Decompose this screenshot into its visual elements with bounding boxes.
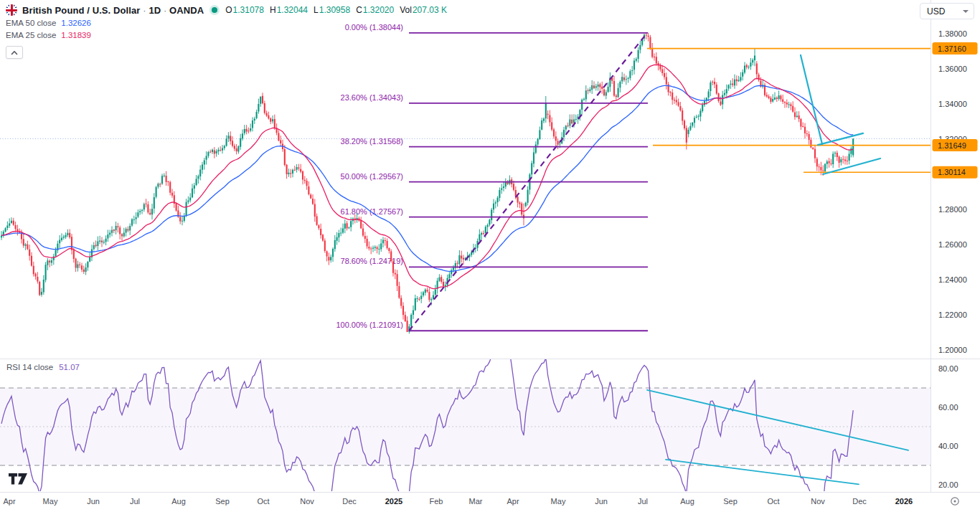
candlestick-series <box>1 33 853 334</box>
svg-text:Sep: Sep <box>723 497 738 506</box>
symbol-header: British Pound / U.S. Dollar · 1D · OANDA… <box>6 4 447 59</box>
price-badge-label: 1.30114 <box>938 168 966 176</box>
time-axis[interactable]: AprMayJunJulAugSepOctNovDec2025FebMarApr… <box>3 497 913 506</box>
fib-labels: 0.00% (1.38044)23.60% (1.34043)38.20% (1… <box>336 23 403 329</box>
svg-text:Sep: Sep <box>215 497 230 506</box>
tradingview-logo-icon <box>9 473 28 485</box>
low-value: 1.30958 <box>319 5 350 15</box>
svg-text:38.20% (1.31568): 38.20% (1.31568) <box>341 137 403 146</box>
price-badge-label: 1.31649 <box>938 141 966 150</box>
symbol-title[interactable]: British Pound / U.S. Dollar · 1D · OANDA <box>22 5 204 16</box>
svg-text:Oct: Oct <box>767 497 779 506</box>
title-separator: · <box>143 5 146 16</box>
rsi-legend[interactable]: RSI 14 close 51.07 <box>6 363 80 371</box>
ema50-value: 1.32626 <box>61 19 91 27</box>
title-separator: · <box>164 5 166 16</box>
svg-text:Oct: Oct <box>257 497 269 506</box>
time-axis-settings-icon[interactable] <box>951 498 958 505</box>
price-badge-label: 1.37160 <box>938 44 966 53</box>
collapse-legend-button[interactable] <box>6 46 23 59</box>
svg-text:Aug: Aug <box>680 497 694 506</box>
ohlc-values: O1.31078 H1.32044 L1.30958 C1.32020 Vol2… <box>225 5 447 15</box>
svg-text:2026: 2026 <box>895 497 913 506</box>
ema25-legend[interactable]: EMA 25 close 1.31839 <box>6 29 447 41</box>
chevron-down-icon <box>963 10 969 13</box>
svg-text:60.00: 60.00 <box>938 403 958 412</box>
svg-text:1.24000: 1.24000 <box>938 275 967 284</box>
svg-text:Jun: Jun <box>87 497 100 506</box>
svg-text:Dec: Dec <box>852 497 867 506</box>
svg-text:Jul: Jul <box>638 497 648 506</box>
price-axis[interactable]: 1.380001.360001.340001.320001.300001.280… <box>933 29 978 489</box>
svg-text:May: May <box>43 497 58 506</box>
svg-text:40.00: 40.00 <box>938 442 958 450</box>
svg-text:50.00% (1.29567): 50.00% (1.29567) <box>341 172 403 181</box>
svg-text:Aug: Aug <box>171 497 186 506</box>
market-status-dot[interactable] <box>212 7 217 13</box>
svg-text:Jul: Jul <box>130 497 140 506</box>
svg-text:1.38000: 1.38000 <box>938 29 967 38</box>
svg-text:Nov: Nov <box>811 497 825 506</box>
svg-text:Nov: Nov <box>300 497 314 506</box>
rsi-pane[interactable] <box>0 346 930 506</box>
tradingview-logo[interactable] <box>9 473 28 488</box>
svg-text:1.22000: 1.22000 <box>938 310 967 319</box>
svg-text:Apr: Apr <box>3 497 15 506</box>
svg-text:1.20000: 1.20000 <box>938 346 967 354</box>
ema-25-line[interactable] <box>1 65 853 288</box>
svg-text:Apr: Apr <box>507 497 519 506</box>
ema25-value: 1.31839 <box>61 31 91 39</box>
svg-text:May: May <box>551 497 566 506</box>
ema50-legend[interactable]: EMA 50 close 1.32626 <box>6 16 447 29</box>
symbol-exchange: OANDA <box>169 5 204 16</box>
svg-text:1.36000: 1.36000 <box>938 65 967 73</box>
chart-window: 0.00% (1.38044)23.60% (1.34043)38.20% (1… <box>0 0 980 512</box>
svg-text:20.00: 20.00 <box>938 480 958 489</box>
volume-value: 207.03 K <box>413 5 447 15</box>
rsi-value: 51.07 <box>59 363 80 371</box>
svg-text:Jun: Jun <box>595 497 608 506</box>
cyan-trendlines[interactable] <box>801 55 880 174</box>
chart-canvas[interactable]: 0.00% (1.38044)23.60% (1.34043)38.20% (1… <box>0 0 980 512</box>
svg-text:23.60% (1.34043): 23.60% (1.34043) <box>341 93 403 102</box>
open-value: 1.31078 <box>233 5 264 15</box>
chevron-up-icon <box>11 50 18 55</box>
svg-text:61.80% (1.27567): 61.80% (1.27567) <box>341 207 403 216</box>
svg-text:Mar: Mar <box>469 497 483 506</box>
horizontal-rays[interactable] <box>647 49 930 173</box>
svg-text:2025: 2025 <box>385 497 402 506</box>
svg-text:1.34000: 1.34000 <box>938 100 967 108</box>
close-value: 1.32020 <box>363 5 394 15</box>
currency-value: USD <box>927 6 945 16</box>
svg-text:Feb: Feb <box>430 497 443 506</box>
svg-text:1.26000: 1.26000 <box>938 240 967 249</box>
currency-selector[interactable]: USD <box>920 3 974 19</box>
symbol-name: British Pound / U.S. Dollar <box>22 5 141 16</box>
svg-text:Dec: Dec <box>342 497 357 506</box>
svg-text:1.28000: 1.28000 <box>938 205 967 214</box>
high-value: 1.32044 <box>277 5 308 15</box>
rsi-label: RSI 14 close <box>6 363 53 371</box>
gbp-flag-icon <box>6 4 17 16</box>
symbol-interval[interactable]: 1D <box>149 5 161 16</box>
svg-text:80.00: 80.00 <box>938 364 958 373</box>
svg-text:100.00% (1.21091): 100.00% (1.21091) <box>336 321 403 329</box>
ema-50-line[interactable] <box>1 85 853 271</box>
